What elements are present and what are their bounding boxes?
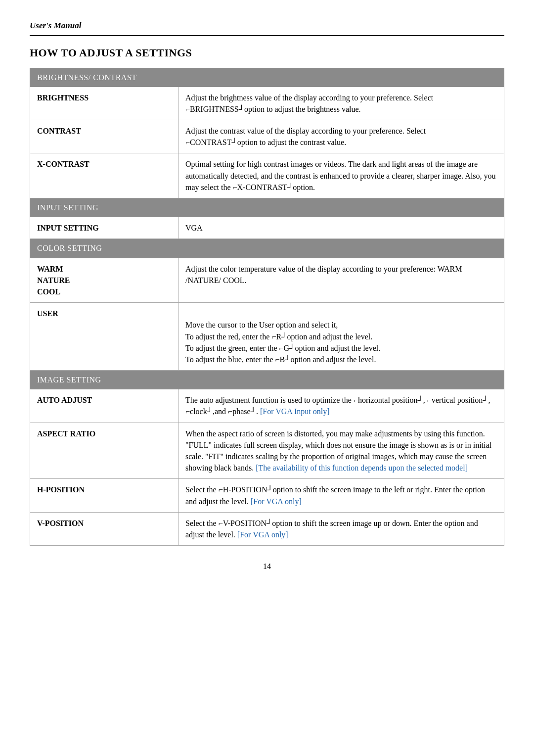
user-label: USER bbox=[30, 303, 178, 371]
xcontrast-desc: Optimal setting for high contrast images… bbox=[178, 153, 504, 198]
brightness-label: BRIGHTNESS bbox=[30, 87, 178, 120]
input-setting-desc: VGA bbox=[178, 217, 504, 239]
table-row: V-POSITION Select the ⌐V-POSITION┘option… bbox=[30, 512, 504, 545]
section-header-cell: IMAGE SETTING bbox=[30, 371, 504, 389]
warm-nature-cool-label: WARM NATURE COOL bbox=[30, 258, 178, 303]
page-header: User's Manual bbox=[30, 20, 504, 36]
section-header-cell: INPUT SETTING bbox=[30, 198, 504, 217]
user-desc: Move the cursor to the User option and s… bbox=[178, 303, 504, 371]
section-header-cell: BRIGHTNESS/ CONTRAST bbox=[30, 68, 504, 87]
manual-label: User's Manual bbox=[30, 21, 81, 30]
section-color-setting: COLOR SETTING bbox=[30, 239, 504, 258]
table-row: ASPECT RATIO When the aspect ratio of sc… bbox=[30, 423, 504, 479]
h-position-desc: Select the ⌐H-POSITION┘option to shift t… bbox=[178, 479, 504, 512]
table-row: AUTO ADJUST The auto adjustment function… bbox=[30, 389, 504, 423]
table-row: CONTRAST Adjust the contrast value of th… bbox=[30, 120, 504, 153]
table-row: WARM NATURE COOL Adjust the color temper… bbox=[30, 258, 504, 303]
table-row: USER Move the cursor to the User option … bbox=[30, 303, 504, 371]
table-row: BRIGHTNESS Adjust the brightness value o… bbox=[30, 87, 504, 120]
contrast-label: CONTRAST bbox=[30, 120, 178, 153]
table-row: H-POSITION Select the ⌐H-POSITION┘option… bbox=[30, 479, 504, 512]
table-row: X-CONTRAST Optimal setting for high cont… bbox=[30, 153, 504, 198]
table-row: INPUT SETTING VGA bbox=[30, 217, 504, 239]
warm-nature-cool-desc: Adjust the color temperature value of th… bbox=[178, 258, 504, 303]
aspect-ratio-desc: When the aspect ratio of screen is disto… bbox=[178, 423, 504, 479]
v-position-desc: Select the ⌐V-POSITION┘option to shift t… bbox=[178, 512, 504, 545]
section-image-setting: IMAGE SETTING bbox=[30, 371, 504, 389]
section-input-setting: INPUT SETTING bbox=[30, 198, 504, 217]
section-header-cell: COLOR SETTING bbox=[30, 239, 504, 258]
aspect-ratio-label: ASPECT RATIO bbox=[30, 423, 178, 479]
v-position-label: V-POSITION bbox=[30, 512, 178, 545]
settings-table: BRIGHTNESS/ CONTRAST BRIGHTNESS Adjust t… bbox=[30, 68, 504, 546]
section-brightness-contrast: BRIGHTNESS/ CONTRAST bbox=[30, 68, 504, 87]
contrast-desc: Adjust the contrast value of the display… bbox=[178, 120, 504, 153]
page-number: 14 bbox=[30, 561, 504, 572]
auto-adjust-desc: The auto adjustment function is used to … bbox=[178, 389, 504, 423]
xcontrast-label: X-CONTRAST bbox=[30, 153, 178, 198]
brightness-desc: Adjust the brightness value of the displ… bbox=[178, 87, 504, 120]
input-setting-label: INPUT SETTING bbox=[30, 217, 178, 239]
h-position-label: H-POSITION bbox=[30, 479, 178, 512]
page-title: HOW TO ADJUST A SETTINGS bbox=[30, 45, 504, 61]
auto-adjust-label: AUTO ADJUST bbox=[30, 389, 178, 423]
